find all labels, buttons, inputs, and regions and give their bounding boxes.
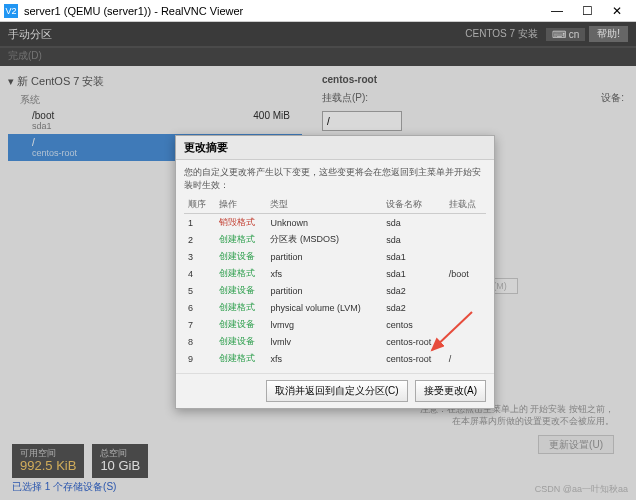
table-header: 类型 xyxy=(266,196,382,214)
table-row: 6创建格式physical volume (LVM)sda2 xyxy=(184,299,486,316)
table-row: 5创建设备partitionsda2 xyxy=(184,282,486,299)
table-row: 2创建格式分区表 (MSDOS)sda xyxy=(184,231,486,248)
table-header: 操作 xyxy=(215,196,267,214)
table-row: 7创建设备lvmvgcentos xyxy=(184,316,486,333)
modal-description: 您的自定义更改将产生以下变更，这些变更将会在您返回到主菜单并开始安装时生效： xyxy=(184,166,486,192)
top-nav: 手动分区 CENTOS 7 安装 ⌨ cn 帮助! xyxy=(0,22,636,46)
language-selector[interactable]: ⌨ cn xyxy=(546,28,585,41)
vnc-icon: V2 xyxy=(4,4,18,18)
table-row: 9创建格式xfscentos-root/ xyxy=(184,350,486,367)
table-row: 1销毁格式Unknownsda xyxy=(184,214,486,232)
table-header: 顺序 xyxy=(184,196,215,214)
maximize-button[interactable]: ☐ xyxy=(572,4,602,18)
table-row: 4创建格式xfssda1/boot xyxy=(184,265,486,282)
window-title: server1 (QEMU (server1)) - RealVNC Viewe… xyxy=(24,5,542,17)
accept-button[interactable]: 接受更改(A) xyxy=(415,380,486,402)
minimize-button[interactable]: — xyxy=(542,4,572,18)
help-button[interactable]: 帮助! xyxy=(589,26,628,42)
table-header: 挂载点 xyxy=(445,196,486,214)
changes-table: 顺序操作类型设备名称挂载点 1销毁格式Unknownsda2创建格式分区表 (M… xyxy=(184,196,486,367)
page-title: 手动分区 xyxy=(8,27,465,42)
close-button[interactable]: ✕ xyxy=(602,4,632,18)
window-titlebar: V2 server1 (QEMU (server1)) - RealVNC Vi… xyxy=(0,0,636,22)
table-row: 8创建设备lvmlvcentos-root xyxy=(184,333,486,350)
change-summary-modal: 更改摘要 您的自定义更改将产生以下变更，这些变更将会在您返回到主菜单并开始安装时… xyxy=(175,135,495,409)
modal-title: 更改摘要 xyxy=(176,136,494,160)
table-row: 3创建设备partitionsda1 xyxy=(184,248,486,265)
table-header: 设备名称 xyxy=(382,196,444,214)
install-label: CENTOS 7 安装 xyxy=(465,27,538,41)
cancel-button[interactable]: 取消并返回到自定义分区(C) xyxy=(266,380,408,402)
